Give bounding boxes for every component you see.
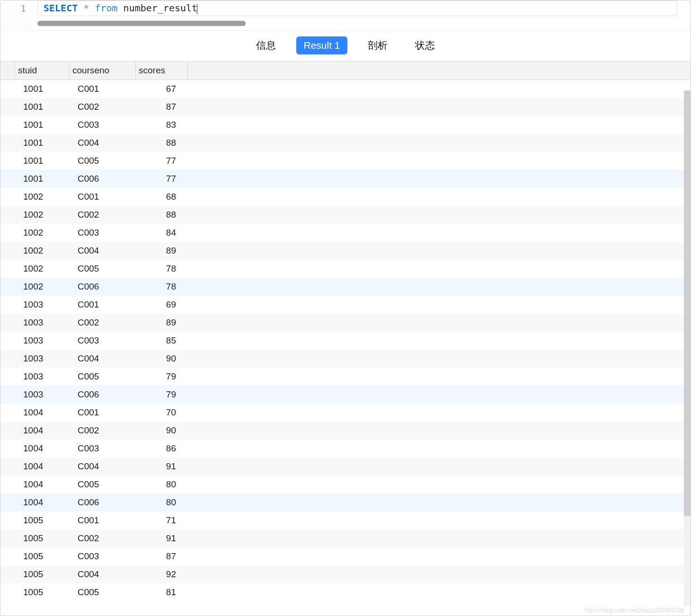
column-header-courseno[interactable]: courseno xyxy=(69,62,135,79)
cell-stuid: 1003 xyxy=(20,389,75,400)
cell-scores: 78 xyxy=(141,264,179,274)
cell-stuid: 1005 xyxy=(20,533,75,544)
horizontal-scrollbar[interactable] xyxy=(37,21,246,26)
cell-courseno: C002 xyxy=(75,102,141,112)
table-row[interactable]: 1004C00290 xyxy=(0,422,691,440)
tab-状态[interactable]: 状态 xyxy=(408,35,442,55)
cell-scores: 81 xyxy=(141,587,179,598)
table-row[interactable]: 1005C00387 xyxy=(0,547,691,565)
table-row[interactable]: 1003C00385 xyxy=(0,332,691,350)
cell-courseno: C005 xyxy=(75,264,141,274)
cell-stuid: 1001 xyxy=(20,138,75,148)
keyword-from: from xyxy=(95,2,117,14)
cell-courseno: C001 xyxy=(75,299,141,310)
table-row[interactable]: 1002C00489 xyxy=(0,242,691,260)
table-row[interactable]: 1003C00579 xyxy=(0,368,691,386)
cell-scores: 91 xyxy=(141,461,179,472)
cell-courseno: C002 xyxy=(75,210,141,220)
cell-stuid: 1004 xyxy=(20,443,75,454)
cell-stuid: 1001 xyxy=(20,120,75,130)
cell-scores: 89 xyxy=(141,246,179,256)
cell-scores: 77 xyxy=(141,174,179,184)
cell-courseno: C006 xyxy=(75,282,141,292)
cell-stuid: 1001 xyxy=(20,102,75,112)
sql-editor[interactable]: 1 SELECT * from number_result xyxy=(0,0,691,31)
cell-courseno: C002 xyxy=(75,533,141,544)
table-row[interactable]: 1001C00577 xyxy=(0,152,691,170)
cell-scores: 87 xyxy=(141,102,179,112)
cell-scores: 69 xyxy=(141,299,179,310)
table-row[interactable]: 1001C00167 xyxy=(0,80,691,98)
table-row[interactable]: 1003C00490 xyxy=(0,350,691,368)
horizontal-scrollbar-thumb[interactable] xyxy=(37,21,246,26)
app-container: 1 SELECT * from number_result 信息Result 1… xyxy=(0,0,691,616)
table-row[interactable]: 1001C00488 xyxy=(0,134,691,152)
table-row[interactable]: 1002C00168 xyxy=(0,188,691,206)
result-tabs: 信息Result 1剖析状态 xyxy=(0,31,691,61)
code-area[interactable]: SELECT * from number_result xyxy=(34,0,691,30)
table-row[interactable]: 1004C00170 xyxy=(0,404,691,422)
cell-scores: 89 xyxy=(141,317,179,328)
cell-stuid: 1002 xyxy=(20,246,75,256)
cell-stuid: 1005 xyxy=(20,569,75,580)
cell-stuid: 1005 xyxy=(20,551,75,562)
cell-courseno: C004 xyxy=(75,461,141,472)
cell-stuid: 1003 xyxy=(20,299,75,310)
table-row[interactable]: 1001C00287 xyxy=(0,98,691,116)
cell-scores: 78 xyxy=(141,282,179,292)
table-row[interactable]: 1005C00291 xyxy=(0,529,691,547)
cell-scores: 91 xyxy=(141,533,179,544)
column-header-stuid[interactable]: stuid xyxy=(15,62,69,79)
table-row[interactable]: 1005C00171 xyxy=(0,511,691,529)
tab-剖析[interactable]: 剖析 xyxy=(361,35,395,55)
cell-stuid: 1003 xyxy=(20,371,75,382)
table-row[interactable]: 1002C00678 xyxy=(0,278,691,296)
table-row[interactable]: 1002C00384 xyxy=(0,224,691,242)
cell-courseno: C004 xyxy=(75,138,141,148)
tab-信息[interactable]: 信息 xyxy=(249,35,283,55)
tab-result-1[interactable]: Result 1 xyxy=(296,36,347,54)
table-row[interactable]: 1002C00578 xyxy=(0,260,691,278)
cell-courseno: C005 xyxy=(75,479,141,490)
text-cursor xyxy=(197,4,197,14)
table-body[interactable]: 1001C001671001C002871001C003831001C00488… xyxy=(0,80,691,616)
cell-stuid: 1004 xyxy=(20,425,75,436)
cell-scores: 70 xyxy=(141,407,179,418)
table-row[interactable]: 1002C00288 xyxy=(0,206,691,224)
cell-scores: 92 xyxy=(141,569,179,580)
table-row[interactable]: 1001C00383 xyxy=(0,116,691,134)
cell-courseno: C001 xyxy=(75,515,141,526)
table-row[interactable]: 1003C00289 xyxy=(0,314,691,332)
column-header-scores[interactable]: scores xyxy=(135,62,187,79)
sql-input[interactable]: SELECT * from number_result xyxy=(37,0,677,16)
table-row[interactable]: 1005C00581 xyxy=(0,583,691,601)
vertical-scrollbar-thumb[interactable] xyxy=(684,90,691,516)
line-number: 1 xyxy=(0,0,34,30)
table-row[interactable]: 1003C00679 xyxy=(0,386,691,404)
cell-courseno: C002 xyxy=(75,425,141,436)
cell-stuid: 1004 xyxy=(20,479,75,490)
cell-stuid: 1005 xyxy=(20,587,75,598)
table-header: stuid courseno scores xyxy=(0,61,691,80)
cell-stuid: 1001 xyxy=(20,84,75,94)
cell-courseno: C002 xyxy=(75,317,141,328)
table-row[interactable]: 1005C00492 xyxy=(0,565,691,583)
token-star: * xyxy=(83,2,89,14)
table-row[interactable]: 1003C00169 xyxy=(0,296,691,314)
table-row[interactable]: 1001C00677 xyxy=(0,170,691,188)
cell-stuid: 1002 xyxy=(20,264,75,274)
cell-stuid: 1001 xyxy=(20,174,75,184)
table-row[interactable]: 1004C00580 xyxy=(0,475,691,493)
cell-courseno: C005 xyxy=(75,371,141,382)
cell-stuid: 1002 xyxy=(20,228,75,238)
cell-courseno: C005 xyxy=(75,156,141,166)
cell-scores: 88 xyxy=(141,138,179,148)
table-row[interactable]: 1004C00386 xyxy=(0,440,691,458)
table-row[interactable]: 1004C00491 xyxy=(0,458,691,475)
token-identifier: number_result xyxy=(124,2,198,14)
cell-courseno: C001 xyxy=(75,84,141,94)
table-row[interactable]: 1004C00680 xyxy=(0,493,691,511)
cell-scores: 80 xyxy=(141,479,179,490)
vertical-scrollbar[interactable] xyxy=(684,90,691,606)
cell-stuid: 1004 xyxy=(20,461,75,472)
